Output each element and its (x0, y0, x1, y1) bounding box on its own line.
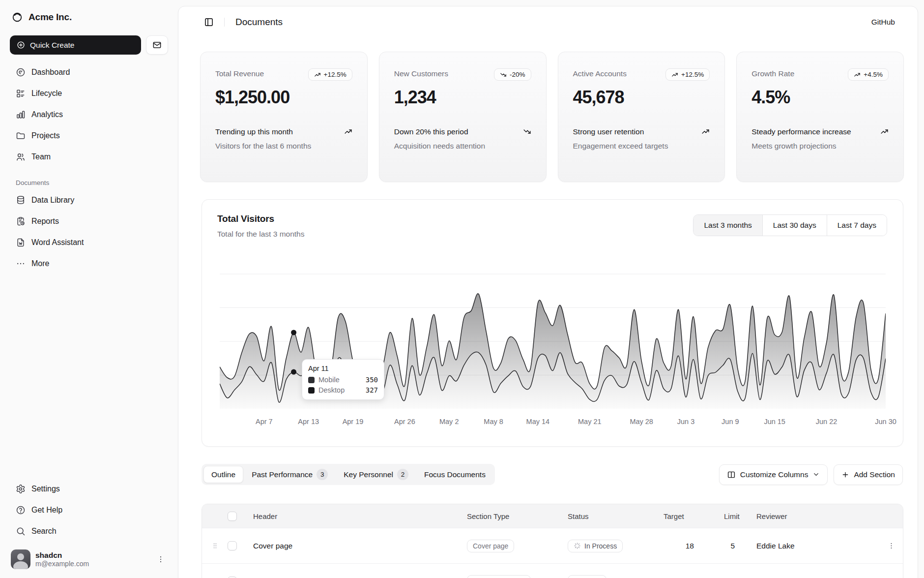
sidebar-item-label: Settings (31, 485, 60, 493)
x-tick: May 21 (578, 418, 602, 426)
column-reviewer: Reviewer (750, 512, 879, 520)
chart-tooltip: Apr 11 Mobile 350 Desktop 327 (302, 359, 384, 400)
select-all-checkbox[interactable] (228, 512, 237, 521)
status-badge: Done (568, 575, 606, 578)
tooltip-date: Apr 11 (308, 365, 378, 372)
stat-footer-desc: Acquisition needs attention (394, 141, 531, 152)
user-email: m@example.com (35, 560, 149, 568)
sidebar-item-label: Dashboard (31, 68, 70, 77)
sidebar-item-label: Team (31, 152, 51, 161)
stat-value: 4.5% (751, 87, 889, 108)
help-circle-icon (16, 505, 26, 515)
sidebar-item-analytics[interactable]: Analytics (10, 105, 168, 124)
sidebar-item-more[interactable]: More (10, 254, 168, 273)
sidebar-item-lifecycle[interactable]: Lifecycle (10, 84, 168, 103)
range-last-30-days[interactable]: Last 30 days (762, 215, 827, 236)
sidebar-item-reports[interactable]: Reports (10, 212, 168, 231)
drag-handle[interactable] (202, 542, 228, 549)
plus-circle-icon (17, 41, 25, 49)
dots-icon (16, 259, 26, 269)
column-target: Target (664, 512, 708, 520)
column-limit: Limit (708, 512, 750, 520)
sidebar-toggle-button[interactable] (202, 15, 216, 30)
trending-down-icon (500, 71, 507, 78)
sidebar: Acme Inc. Quick Create Dashboard Lifecyc… (0, 0, 178, 578)
chart-x-axis: Apr 7Apr 13Apr 19Apr 26May 2May 8May 14M… (220, 418, 886, 427)
file-word-icon (16, 238, 26, 247)
stat-card-total-revenue: Total Revenue +12.5% $1,250.00 Trending … (200, 52, 368, 182)
stat-value: 1,234 (394, 87, 531, 108)
trending-up-icon (880, 127, 889, 136)
page-title: Documents (235, 17, 283, 28)
row-checkbox[interactable] (228, 541, 237, 550)
report-icon (16, 216, 26, 226)
sidebar-item-projects[interactable]: Projects (10, 126, 168, 145)
sidebar-item-label: More (31, 259, 49, 268)
trend-badge: +12.5% (665, 68, 710, 81)
stat-footer-desc: Meets growth projections (751, 141, 889, 152)
x-tick: Jun 3 (677, 418, 694, 426)
sidebar-item-search[interactable]: Search (10, 521, 168, 541)
add-section-button[interactable]: Add Section (834, 464, 903, 485)
x-tick: Jun 9 (722, 418, 739, 426)
column-header: Header (251, 512, 467, 520)
tab-key-personnel[interactable]: Key Personnel 2 (336, 466, 416, 483)
table-row: Cover page Cover page In Process 18 5 Ed… (202, 528, 903, 563)
tab-count-badge: 2 (397, 469, 408, 480)
sidebar-item-word-assistant[interactable]: Word Assistant (10, 233, 168, 252)
avatar (11, 549, 30, 569)
github-link[interactable]: GitHub (871, 18, 895, 27)
list-details-icon (16, 89, 26, 98)
sidebar-item-label: Analytics (31, 110, 63, 119)
status-badge: In Process (568, 540, 623, 552)
users-icon (16, 152, 26, 162)
sidebar-item-team[interactable]: Team (10, 147, 168, 166)
mobile-swatch (308, 377, 315, 383)
stat-footer-title: Steady performance increase (751, 126, 851, 137)
dots-vertical-icon[interactable] (154, 553, 167, 566)
folder-icon (16, 131, 26, 141)
x-tick: May 8 (484, 418, 503, 426)
stat-label: Growth Rate (751, 68, 794, 78)
quick-create-button[interactable]: Quick Create (10, 35, 141, 55)
x-tick: Jun 30 (875, 418, 896, 426)
sidebar-item-get-help[interactable]: Get Help (10, 500, 168, 519)
row-actions-button[interactable] (879, 542, 903, 550)
chevron-down-icon (812, 471, 820, 478)
reviewer-cell[interactable]: Eddie Lake (750, 542, 879, 550)
customize-columns-button[interactable]: Customize Columns (719, 464, 828, 485)
range-last-7-days[interactable]: Last 7 days (827, 215, 887, 236)
trending-up-icon (314, 71, 321, 78)
section-type-badge: Cover page (467, 540, 514, 552)
header-separator (224, 18, 225, 27)
stat-footer-title: Trending up this month (215, 126, 293, 137)
tab-past-performance[interactable]: Past Performance 3 (244, 466, 335, 483)
app-header: Documents GitHub (178, 6, 918, 38)
stat-footer-desc: Visitors for the last 6 months (215, 141, 352, 152)
tab-count-badge: 3 (317, 469, 328, 480)
limit-cell[interactable]: 5 (708, 542, 750, 550)
quick-create-label: Quick Create (30, 41, 74, 50)
sidebar-item-dashboard[interactable]: Dashboard (10, 62, 168, 82)
brand[interactable]: Acme Inc. (8, 9, 170, 26)
row-header-cell[interactable]: Cover page (251, 542, 467, 550)
sidebar-item-label: Lifecycle (31, 89, 62, 98)
tab-outline[interactable]: Outline (203, 466, 243, 483)
range-last-3-months[interactable]: Last 3 months (693, 215, 762, 236)
user-menu[interactable]: shadcn m@example.com (8, 546, 170, 570)
tooltip-row-desktop: Desktop 327 (308, 386, 378, 394)
trending-up-icon (854, 71, 861, 78)
trending-down-icon (523, 127, 531, 136)
table-row: Table of contents Table of contents Done… (202, 563, 903, 578)
sidebar-item-data-library[interactable]: Data Library (10, 190, 168, 210)
trend-badge: +12.5% (308, 68, 352, 81)
total-visitors-card: Total Visitors Total for the last 3 mont… (202, 199, 903, 447)
tab-focus-documents[interactable]: Focus Documents (417, 466, 493, 483)
inbox-button[interactable] (146, 35, 168, 55)
target-cell[interactable]: 18 (664, 542, 708, 550)
trending-up-icon (671, 71, 678, 78)
chart-subtitle: Total for the last 3 months (217, 230, 304, 239)
sidebar-item-label: Reports (31, 217, 59, 226)
user-name: shadcn (35, 550, 149, 560)
sidebar-item-settings[interactable]: Settings (10, 479, 168, 498)
